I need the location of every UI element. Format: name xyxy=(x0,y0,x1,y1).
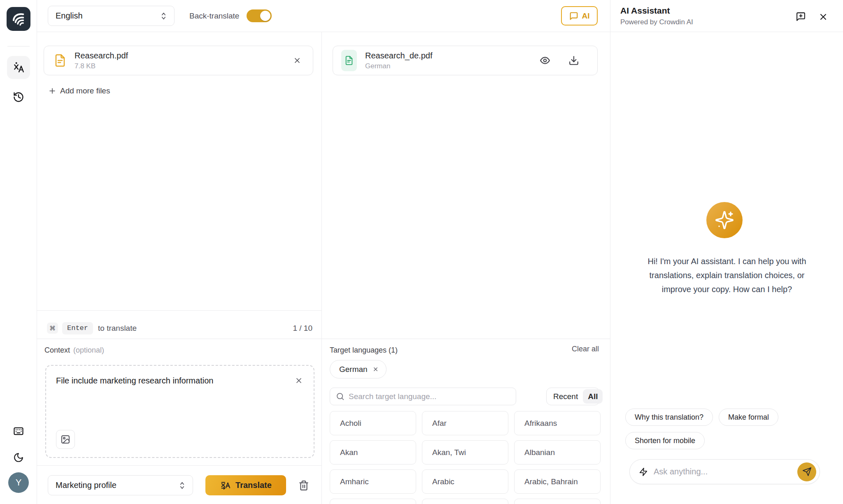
sidebar-divider xyxy=(7,46,30,46)
filter-recent-tab[interactable]: Recent xyxy=(548,389,583,404)
language-option[interactable]: Afrikaans xyxy=(514,411,601,435)
main-topbar: English Back-translate AI xyxy=(37,0,610,32)
language-option[interactable]: Akan, Twi xyxy=(422,440,508,465)
translate-icon xyxy=(12,61,25,74)
crowdin-logo-icon xyxy=(10,11,27,27)
target-file-card: Reasearch_de.pdf German xyxy=(333,46,598,75)
app-sidebar: Y xyxy=(0,0,37,504)
target-languages-label: Target languages (1) xyxy=(330,346,398,355)
source-file-size: 7.8 KB xyxy=(75,62,128,70)
download-file-button[interactable] xyxy=(568,54,580,67)
shortcut-divider xyxy=(37,310,321,311)
target-file-name: Reasearch_de.pdf xyxy=(365,51,432,60)
ai-sparkle-badge xyxy=(706,202,743,238)
language-option-partial[interactable] xyxy=(330,499,416,504)
clear-context-button[interactable] xyxy=(293,375,305,386)
translation-profile-select[interactable]: Marketing profile xyxy=(48,475,193,495)
ai-suggestion-chip[interactable]: Why this translation? xyxy=(625,409,713,426)
preview-file-button[interactable] xyxy=(539,54,551,67)
language-option-label: Arabic, Bahrain xyxy=(524,477,578,486)
translate-action-icon xyxy=(220,480,231,491)
send-button[interactable] xyxy=(797,462,816,481)
context-dropzone[interactable]: File include marketing research informat… xyxy=(45,365,314,458)
ai-suggestion-label: Why this translation? xyxy=(635,413,703,422)
language-option-partial[interactable] xyxy=(422,499,508,504)
language-option-label: Acholi xyxy=(340,419,361,428)
ai-assistant-open-button[interactable]: AI xyxy=(561,6,598,26)
add-more-files-label: Add more files xyxy=(60,86,110,95)
shortcut-row: ⌘ Enter to translate 1 / 10 xyxy=(47,318,312,339)
context-label-row: Context(optional) xyxy=(44,346,104,355)
document-translated-icon xyxy=(345,55,354,66)
close-panel-button[interactable] xyxy=(817,11,829,23)
language-filter-segmented: Recent All xyxy=(546,388,600,405)
shortcut-hint: to translate xyxy=(98,324,137,333)
attach-image-button[interactable] xyxy=(56,430,75,449)
remove-language-icon[interactable] xyxy=(373,366,379,372)
selected-languages-row: German xyxy=(330,360,387,379)
trash-icon xyxy=(298,480,309,491)
sidebar-item-history[interactable] xyxy=(7,86,30,109)
target-file-meta: Reasearch_de.pdf German xyxy=(365,51,432,70)
chevron-up-down-icon xyxy=(161,12,167,20)
profile-row: Marketing profile Translate xyxy=(48,475,312,495)
document-icon xyxy=(54,53,66,67)
plus-icon xyxy=(49,87,56,95)
language-option[interactable]: Arabic, Bahrain xyxy=(514,469,601,494)
ai-panel-header: AI Assistant Powered by Crowdin AI xyxy=(610,0,843,32)
language-options-partial-row xyxy=(330,499,601,504)
sidebar-item-keyboard-shortcuts[interactable] xyxy=(7,420,30,443)
language-option[interactable]: Albanian xyxy=(514,440,601,465)
crowdin-logo[interactable] xyxy=(7,7,30,31)
selected-language-chip[interactable]: German xyxy=(330,360,387,379)
user-initial: Y xyxy=(16,477,22,488)
remove-source-file-button[interactable] xyxy=(291,55,303,66)
image-icon xyxy=(61,434,70,444)
language-option[interactable]: Arabic xyxy=(422,469,508,494)
close-icon xyxy=(295,376,303,385)
download-icon xyxy=(568,55,579,66)
lightning-icon[interactable] xyxy=(639,467,648,476)
language-search-input[interactable] xyxy=(349,392,510,401)
context-label: Context xyxy=(44,346,70,354)
language-option-partial[interactable] xyxy=(514,499,601,504)
ai-suggestion-chip[interactable]: Shorten for mobile xyxy=(625,432,705,449)
chat-plus-icon xyxy=(796,12,806,22)
ai-assistant-panel: AI Assistant Powered by Crowdin AI Hi! I… xyxy=(610,0,843,504)
language-option[interactable]: Akan xyxy=(330,440,416,465)
back-translate-label: Back-translate xyxy=(189,12,239,21)
sidebar-item-translate[interactable] xyxy=(7,56,30,79)
back-translate-toggle[interactable] xyxy=(247,9,272,22)
usage-counter: 1 / 10 xyxy=(293,324,312,333)
ai-button-label: AI xyxy=(582,12,590,21)
translate-button-label: Translate xyxy=(235,481,272,490)
source-file-meta: Reasearch.pdf 7.8 KB xyxy=(75,51,128,70)
delete-button[interactable] xyxy=(298,480,309,491)
translated-file-tile xyxy=(341,50,357,71)
clear-all-button[interactable]: Clear all xyxy=(572,345,599,353)
send-icon xyxy=(802,467,812,476)
source-file-card: Reasearch.pdf 7.8 KB xyxy=(44,46,313,75)
ai-suggestion-label: Shorten for mobile xyxy=(635,437,695,445)
language-option[interactable]: Amharic xyxy=(330,469,416,494)
target-file-actions xyxy=(539,54,589,67)
target-file-language: German xyxy=(365,62,432,70)
context-text-input[interactable]: File include marketing research informat… xyxy=(56,375,285,386)
sidebar-item-dark-mode[interactable] xyxy=(7,446,30,469)
translate-button[interactable]: Translate xyxy=(205,475,286,495)
ai-input[interactable] xyxy=(654,467,792,476)
eye-icon xyxy=(540,55,550,66)
language-option[interactable]: Afar xyxy=(422,411,508,435)
ai-suggestion-chip[interactable]: Make formal xyxy=(719,409,778,426)
user-avatar[interactable]: Y xyxy=(8,472,29,493)
new-chat-button[interactable] xyxy=(795,11,807,23)
language-option-label: Akan, Twi xyxy=(432,448,466,457)
source-language-select[interactable]: English xyxy=(48,6,175,26)
language-option-label: Afar xyxy=(432,419,447,428)
language-option[interactable]: Acholi xyxy=(330,411,416,435)
filter-all-tab[interactable]: All xyxy=(583,389,603,404)
enter-key-badge: Enter xyxy=(62,322,93,334)
chat-bubble-icon xyxy=(569,12,578,21)
add-more-files-button[interactable]: Add more files xyxy=(49,86,110,95)
ai-suggestion-label: Make formal xyxy=(728,413,769,422)
